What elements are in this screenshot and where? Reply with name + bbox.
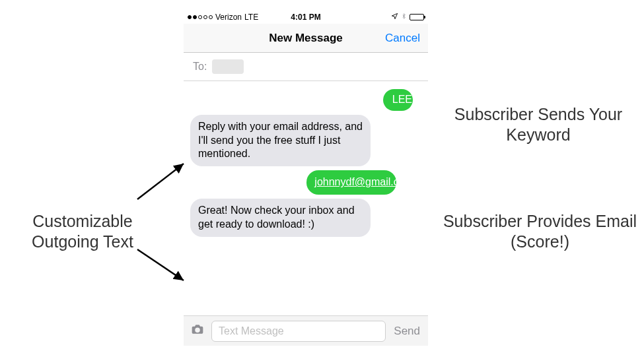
- send-button[interactable]: Send: [391, 325, 423, 338]
- camera-icon[interactable]: [189, 323, 206, 340]
- message-input[interactable]: Text Message: [211, 321, 386, 342]
- status-left: Verizon LTE: [188, 13, 258, 22]
- to-field-row[interactable]: To:: [184, 53, 428, 81]
- incoming-message: Reply with your email address, and I'll …: [190, 115, 371, 166]
- clock: 4:01 PM: [291, 13, 320, 22]
- incoming-message: Great! Now check your inbox and get read…: [190, 199, 371, 237]
- status-right: [391, 12, 424, 22]
- annotation-subscriber-email: Subscriber Provides Email (Score!): [436, 211, 644, 253]
- compose-bar: Text Message Send: [184, 315, 428, 346]
- arrow-icon: [132, 244, 192, 290]
- message-placeholder: Text Message: [219, 325, 284, 337]
- bluetooth-icon: [401, 12, 407, 22]
- arrow-icon: [132, 158, 192, 205]
- svg-line-0: [137, 164, 184, 199]
- svg-line-1: [137, 249, 184, 280]
- network-label: LTE: [244, 13, 258, 22]
- signal-dots-icon: [188, 15, 213, 19]
- status-bar: Verizon LTE 4:01 PM: [184, 11, 428, 24]
- phone-frame: Verizon LTE 4:01 PM New Message Cancel T…: [184, 11, 428, 346]
- battery-icon: [410, 14, 424, 20]
- location-icon: [391, 13, 398, 22]
- outgoing-message: LEE: [383, 89, 413, 111]
- cancel-button[interactable]: Cancel: [385, 32, 420, 45]
- to-label: To:: [193, 61, 207, 73]
- nav-title: New Message: [269, 32, 343, 45]
- carrier-label: Verizon: [215, 13, 242, 22]
- nav-bar: New Message Cancel: [184, 24, 428, 53]
- annotation-subscriber-keyword: Subscriber Sends Your Keyword: [436, 104, 641, 146]
- outgoing-message: johnnydf@gmail.com: [306, 170, 396, 195]
- message-thread[interactable]: LEE Reply with your email address, and I…: [184, 81, 428, 315]
- recipient-pill[interactable]: [212, 59, 244, 74]
